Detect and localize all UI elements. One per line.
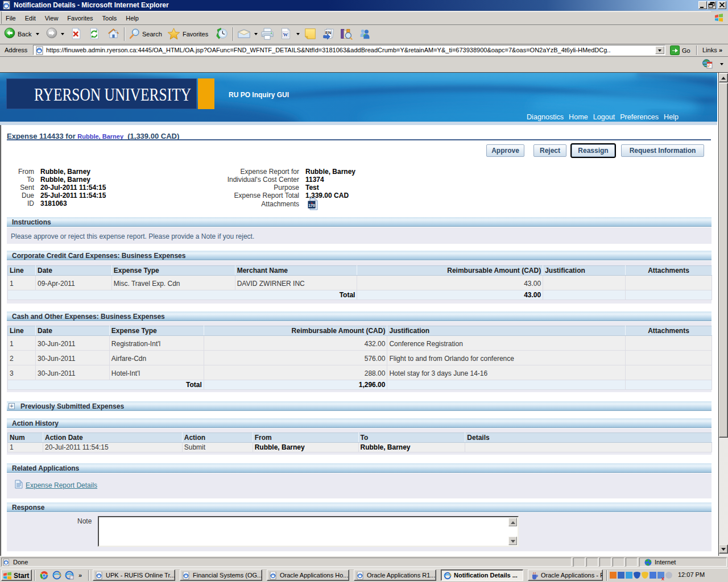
svg-text:RYERSON UNIVERSITY: RYERSON UNIVERSITY: [34, 85, 191, 105]
svg-text:170: 170: [308, 203, 315, 207]
svg-text:W: W: [283, 32, 288, 38]
svg-text:EN: EN: [325, 30, 331, 35]
